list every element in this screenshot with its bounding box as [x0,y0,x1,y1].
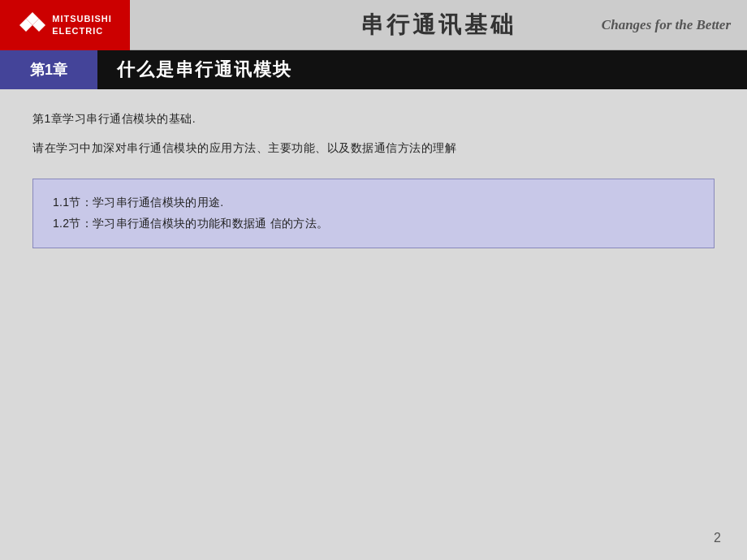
header-slogan: Changes for the Better [602,17,731,33]
page-number: 2 [714,531,721,545]
summary-box: 1.1节：学习串行通信模块的用途. 1.2节：学习串行通信模块的功能和数据通 信… [32,179,715,248]
brand-line1: MITSUBISHI [52,13,112,24]
brand-text: MITSUBISHI ELECTRIC [52,13,112,37]
mitsubishi-logo-icon [18,11,47,40]
intro-text-2: 请在学习中加深对串行通信模块的应用方法、主要功能、以及数据通信方法的理解 [32,141,715,156]
box-line-1: 1.1节：学习串行通信模块的用途. [53,196,694,210]
logo-inner: MITSUBISHI ELECTRIC [18,11,112,40]
brand-line2: ELECTRIC [52,25,112,37]
box-line-2: 1.2节：学习串行通信模块的功能和数据通 信的方法。 [53,217,694,231]
logo-area: MITSUBISHI ELECTRIC [0,0,130,50]
main-content: 第1章学习串行通信模块的基础. 请在学习中加深对串行通信模块的应用方法、主要功能… [0,89,747,265]
chapter-label: 第1章 [0,50,97,89]
header: MITSUBISHI ELECTRIC 串行通讯基础 Changes for t… [0,0,747,50]
intro-text-1: 第1章学习串行通信模块的基础. [32,112,715,127]
chapter-banner: 第1章 什么是串行通讯模块 [0,50,747,89]
chapter-title: 什么是串行通讯模块 [97,58,292,82]
